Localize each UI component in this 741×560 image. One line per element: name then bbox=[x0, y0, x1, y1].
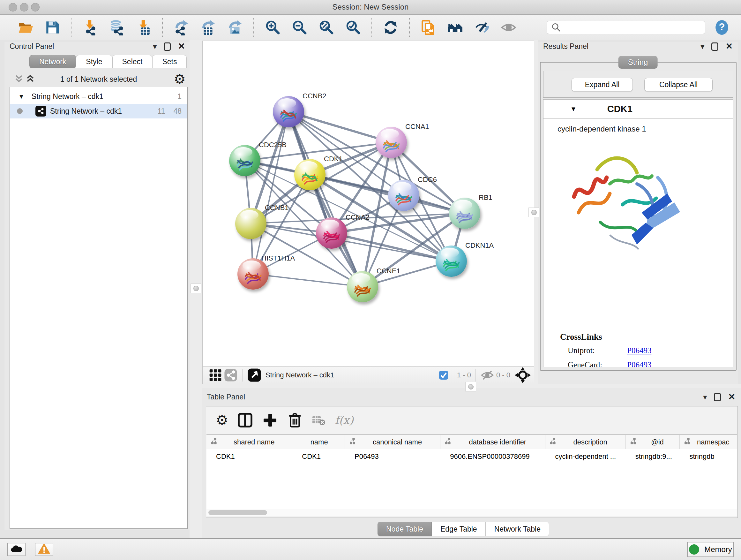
network-node-ccne1[interactable] bbox=[347, 271, 378, 302]
left-splitter[interactable] bbox=[190, 40, 202, 538]
expand-all-button[interactable]: Expand All bbox=[571, 78, 633, 91]
column-header-namespac[interactable]: namespac bbox=[680, 435, 737, 449]
column-header-shared-name[interactable]: shared name bbox=[206, 435, 292, 449]
network-node-rb1[interactable] bbox=[449, 198, 480, 229]
duplicate-network-icon[interactable] bbox=[419, 18, 437, 37]
table-cell[interactable]: P06493 bbox=[345, 449, 441, 464]
tab-edge-table[interactable]: Edge Table bbox=[432, 522, 486, 537]
zoom-selected-icon[interactable] bbox=[344, 18, 362, 37]
network-row[interactable]: String Network – cdk1 11 48 bbox=[10, 104, 187, 118]
collapse-all-networks-icon[interactable] bbox=[14, 74, 23, 84]
network-edge[interactable] bbox=[253, 274, 362, 287]
control-panel-collapse-icon[interactable]: ▾ bbox=[153, 43, 157, 51]
results-panel-float-icon[interactable] bbox=[711, 43, 718, 51]
results-panel-collapse-icon[interactable]: ▾ bbox=[700, 43, 704, 51]
tab-string[interactable]: String bbox=[618, 56, 658, 69]
table-horizontal-scrollbar[interactable] bbox=[206, 509, 737, 516]
table-gear-icon[interactable]: ⚙ bbox=[216, 413, 228, 427]
column-header-name[interactable]: name bbox=[292, 435, 345, 449]
cloud-button[interactable] bbox=[7, 543, 25, 556]
network-node-count: 11 bbox=[158, 107, 165, 116]
add-column-icon[interactable] bbox=[262, 412, 278, 428]
table-row[interactable]: CDK1CDK1P064939606.ENSP00000378699cyclin… bbox=[206, 449, 737, 464]
import-database-icon[interactable] bbox=[108, 18, 126, 37]
network-node-ccna1[interactable] bbox=[376, 127, 407, 158]
home-icon[interactable] bbox=[446, 18, 464, 37]
crosslink-link[interactable]: P06493 bbox=[627, 361, 651, 367]
open-session-icon[interactable] bbox=[17, 18, 35, 37]
column-header-database-identifier[interactable]: database identifier bbox=[441, 435, 545, 449]
tab-style[interactable]: Style bbox=[76, 55, 112, 68]
show-columns-icon[interactable] bbox=[237, 412, 253, 428]
table-panel-close-icon[interactable]: ✕ bbox=[728, 393, 735, 401]
refresh-icon[interactable] bbox=[382, 18, 400, 37]
tab-node-table[interactable]: Node Table bbox=[378, 522, 432, 537]
column-header-description[interactable]: description bbox=[545, 435, 625, 449]
network-edge[interactable] bbox=[310, 175, 465, 213]
save-session-icon[interactable] bbox=[44, 18, 61, 37]
table-panel-float-icon[interactable] bbox=[714, 393, 721, 401]
zoom-fit-icon[interactable] bbox=[317, 18, 335, 37]
network-node-cdc25b[interactable] bbox=[229, 145, 260, 176]
results-panel-close-icon[interactable]: ✕ bbox=[725, 42, 733, 51]
hidden-eye-icon[interactable] bbox=[480, 369, 494, 381]
birdseye-icon[interactable] bbox=[515, 367, 531, 383]
tab-select[interactable]: Select bbox=[112, 55, 152, 68]
network-canvas[interactable]: CCNB2CCNA1CDC25BCDK1CDC6RB1CCNB1CCNA2CDK… bbox=[202, 41, 534, 367]
control-panel-close-icon[interactable]: ✕ bbox=[178, 42, 185, 51]
share-view-icon[interactable] bbox=[224, 368, 238, 382]
search-input[interactable] bbox=[564, 23, 701, 32]
protein-card-header[interactable]: ▼ CDK1 bbox=[543, 100, 733, 119]
selected-checkbox-icon[interactable] bbox=[434, 366, 453, 384]
network-node-ccnb1[interactable] bbox=[235, 208, 266, 239]
column-header-canonical-name[interactable]: canonical name bbox=[345, 435, 441, 449]
import-table-icon[interactable] bbox=[135, 18, 152, 37]
horizontal-splitter-handle[interactable] bbox=[465, 382, 476, 391]
export-table-icon[interactable] bbox=[199, 18, 217, 37]
export-image-icon[interactable] bbox=[226, 18, 244, 37]
zoom-out-icon[interactable] bbox=[290, 18, 308, 37]
left-splitter-handle[interactable] bbox=[191, 284, 201, 293]
column-header--id[interactable]: @id bbox=[626, 435, 680, 449]
table-cell[interactable]: stringdb bbox=[680, 449, 737, 464]
eye-disabled-icon[interactable] bbox=[500, 18, 518, 37]
table-cell[interactable]: CDK1 bbox=[292, 449, 345, 464]
tab-network-table[interactable]: Network Table bbox=[486, 522, 549, 537]
export-network-icon[interactable] bbox=[172, 18, 190, 37]
table-panel-collapse-icon[interactable]: ▾ bbox=[703, 393, 707, 401]
memory-button[interactable]: Memory bbox=[687, 542, 734, 557]
expand-all-networks-icon[interactable] bbox=[25, 74, 35, 84]
hide-show-icon[interactable] bbox=[473, 18, 491, 37]
search-box[interactable] bbox=[547, 21, 705, 34]
network-options-gear-icon[interactable]: ⚙ bbox=[174, 72, 186, 86]
collapse-all-button[interactable]: Collapse All bbox=[644, 78, 713, 91]
table-cell[interactable]: stringdb:9... bbox=[626, 449, 680, 464]
table-header-row: shared namenamecanonical namedatabase id… bbox=[206, 435, 737, 449]
network-node-cdc6[interactable] bbox=[388, 180, 419, 211]
collection-expand-icon[interactable]: ▼ bbox=[18, 93, 24, 100]
import-network-icon[interactable] bbox=[81, 18, 99, 37]
control-panel-float-icon[interactable] bbox=[164, 43, 171, 51]
help-icon[interactable]: ? bbox=[714, 19, 730, 36]
delete-column-icon[interactable] bbox=[287, 412, 303, 428]
zoom-in-icon[interactable] bbox=[264, 18, 281, 37]
network-node-cdk1[interactable] bbox=[294, 159, 326, 190]
scrollbar-thumb[interactable] bbox=[208, 510, 267, 515]
external-link-icon[interactable] bbox=[247, 368, 262, 382]
network-node-ccna2[interactable] bbox=[316, 217, 347, 249]
grid-view-icon[interactable] bbox=[208, 368, 222, 382]
network-node-ccnb2[interactable] bbox=[273, 96, 304, 127]
table-cell[interactable]: 9606.ENSP00000378699 bbox=[441, 449, 545, 464]
tab-network[interactable]: Network bbox=[29, 55, 76, 68]
tab-sets[interactable]: Sets bbox=[152, 55, 187, 68]
table-cell[interactable]: cyclin-dependent ... bbox=[545, 449, 625, 464]
right-splitter-handle[interactable] bbox=[529, 207, 539, 217]
network-node-cdkn1a[interactable] bbox=[435, 246, 467, 277]
warnings-button[interactable] bbox=[35, 543, 53, 556]
table-cell[interactable]: CDK1 bbox=[206, 449, 292, 464]
network-node-hist1h1a[interactable] bbox=[238, 258, 269, 290]
network-edge[interactable] bbox=[288, 112, 391, 142]
crosslink-link[interactable]: P06493 bbox=[627, 346, 651, 355]
protein-expand-icon[interactable]: ▼ bbox=[570, 105, 577, 113]
network-collection-row[interactable]: ▼ String Network – cdk1 1 bbox=[10, 89, 187, 104]
